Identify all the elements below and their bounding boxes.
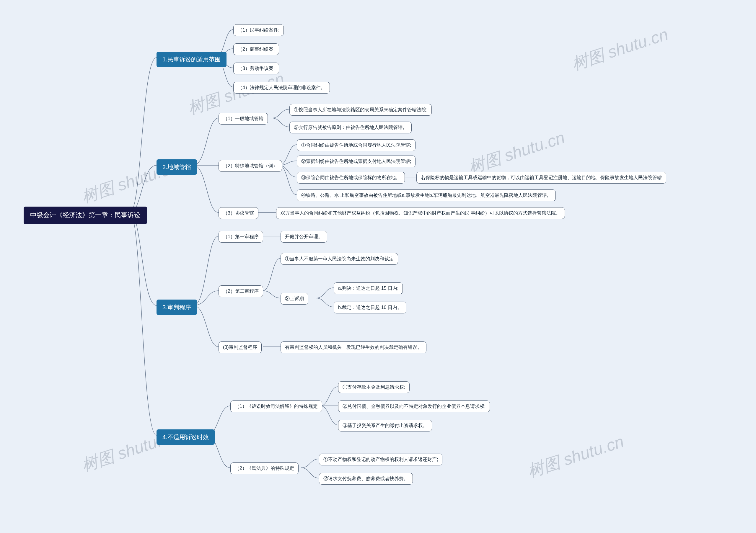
mindmap-canvas[interactable]: 树图 shutu.cn 树图 shutu.cn 树图 shutu.cn 树图 s… xyxy=(0,0,756,533)
branch-2[interactable]: 2.地域管辖 xyxy=(156,159,197,175)
leaf-1-1[interactable]: （1）民事纠纷案件; xyxy=(233,24,284,36)
leaf-1-2[interactable]: （2）商事纠纷案; xyxy=(233,43,279,55)
root-node[interactable]: 中级会计《经济法》第一章：民事诉讼 xyxy=(24,207,147,224)
leaf-4-2-1[interactable]: ①不动产物权和登记的动产物权的权利人请求返还财产; xyxy=(319,454,443,466)
leaf-3-3[interactable]: (3)审判监督程序 xyxy=(219,342,262,353)
watermark: 树图 shutu.cn xyxy=(569,23,671,76)
leaf-3-1[interactable]: （1）第一审程序 xyxy=(219,231,263,242)
leaf-3-3-1[interactable]: 有审判监督权的人员和机关，发现已经生效的判决裁定确有错误。 xyxy=(281,342,426,353)
leaf-4-2-2[interactable]: ②请求支付抚养费、赡养费或者扶养费。 xyxy=(319,473,413,485)
leaf-3-1-1[interactable]: 开庭并公开审理。 xyxy=(281,231,327,242)
connector-lines xyxy=(0,0,756,533)
leaf-4-1-3[interactable]: ③基于投资关系产生的缴付出资请求权。 xyxy=(338,420,432,431)
leaf-1-3[interactable]: （3）劳动争议案; xyxy=(233,63,279,74)
leaf-4-1-1[interactable]: ①支付存款本金及利息请求权; xyxy=(338,381,410,393)
leaf-2-2-2[interactable]: ②票据纠纷由被告住所地或票据支付地人民法院管辖; xyxy=(297,156,416,167)
leaf-2-2-4[interactable]: ④铁路、公路、水 上和航空事故由被告住所地或a.事故发生地b.车辆船舶最先到达地… xyxy=(297,190,556,201)
leaf-2-2-3[interactable]: ③保险合同由被告住所地或保险标的物所在地。 xyxy=(297,172,405,184)
leaf-2-2-3-1[interactable]: 若保险标的物是运输工具或运输中的货物，可以由运输工具登记注册地、运输目的地、保险… xyxy=(417,172,666,184)
leaf-2-1-2[interactable]: ②实行原告就被告原则：由被告住所地人民法院管辖。 xyxy=(289,122,412,133)
leaf-3-2-1[interactable]: ①当事人不服第一审人民法院尚未生效的判决和裁定 xyxy=(281,253,398,265)
leaf-3-2-2-1[interactable]: a.判决：送达之日起 15 日内; xyxy=(334,282,403,294)
watermark: 树图 shutu.cn xyxy=(466,127,568,179)
leaf-2-2[interactable]: （2）特殊地域管辖（例） xyxy=(219,160,282,172)
leaf-2-2-1[interactable]: ①合同纠纷由被告住所地或合同履行地人民法院管辖; xyxy=(297,139,416,151)
leaf-3-2-2-2[interactable]: b.裁定：送达之日起 10 日内。 xyxy=(334,302,406,314)
leaf-1-4[interactable]: （4）法律规定人民法院审理的非讼案件。 xyxy=(233,82,330,93)
leaf-2-3-1[interactable]: 双方当事人的合同纠纷和其他财产权益纠纷（包括因物权、知识产权中的财产权而产生的民… xyxy=(276,207,565,219)
leaf-2-1[interactable]: （1）一般地域管辖 xyxy=(219,113,268,125)
leaf-4-1[interactable]: （1）《诉讼时效司法解释》的特殊规定 xyxy=(230,400,322,412)
branch-1[interactable]: 1.民事诉讼的适用范围 xyxy=(156,52,227,67)
watermark: 树图 shutu.cn xyxy=(185,67,287,120)
leaf-4-2[interactable]: （2）《民法典》的特殊规定 xyxy=(230,463,299,474)
branch-3[interactable]: 3.审判程序 xyxy=(156,299,197,315)
leaf-2-1-1[interactable]: ①按照当事人所在地与法院辖区的隶属关系来确定案件管辖法院; xyxy=(289,104,432,116)
leaf-4-1-2[interactable]: ②兑付国债、金融债券以及向不特定对象发行的企业债券本息请求权; xyxy=(338,400,490,412)
leaf-2-3[interactable]: （3）协议管辖 xyxy=(219,207,258,219)
leaf-3-2-2[interactable]: ②上诉期 xyxy=(281,293,308,305)
watermark: 树图 shutu.cn xyxy=(525,431,627,483)
leaf-3-2[interactable]: （2）第二审程序 xyxy=(219,285,263,297)
branch-4[interactable]: 4.不适用诉讼时效 xyxy=(156,429,215,445)
